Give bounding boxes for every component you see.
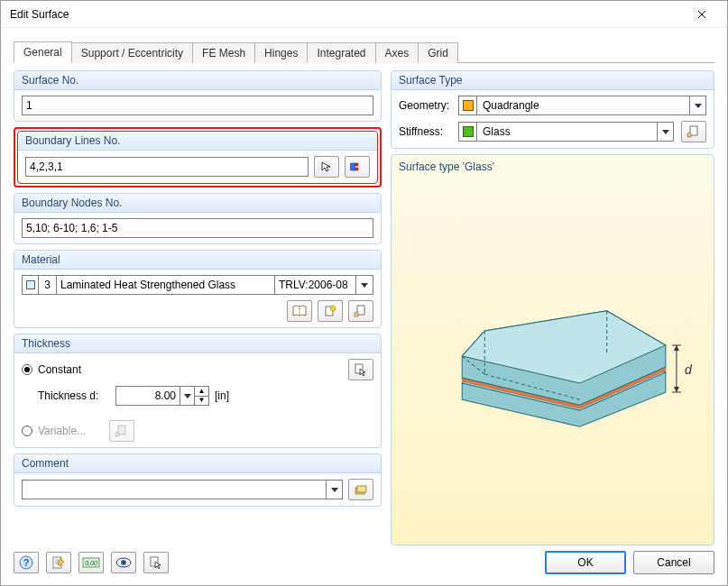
- tab-axes[interactable]: Axes: [375, 42, 419, 63]
- new-sheet-icon: [324, 305, 336, 317]
- label-surface-no: Surface No.: [14, 71, 381, 90]
- material-swatch: [23, 276, 39, 294]
- label-boundary-nodes: Boundary Nodes No.: [14, 194, 381, 213]
- svg-text:0.00: 0.00: [85, 560, 97, 566]
- help-button[interactable]: ?: [14, 552, 39, 573]
- units-icon: 0.00: [82, 556, 100, 569]
- group-material: Material 3 Laminated Heat Strengthened G…: [14, 250, 382, 328]
- label-geometry: Geometry:: [399, 99, 451, 112]
- cancel-button[interactable]: Cancel: [633, 551, 714, 574]
- tab-fe-mesh[interactable]: FE Mesh: [192, 42, 255, 63]
- magnet-button[interactable]: [345, 156, 370, 178]
- svg-rect-8: [357, 486, 366, 492]
- comment-apply-button[interactable]: [348, 479, 373, 500]
- stiffness-swatch: [459, 123, 477, 141]
- material-edit-button[interactable]: [348, 300, 373, 322]
- material-index: 3: [39, 276, 57, 294]
- stiffness-edit-button[interactable]: [681, 121, 706, 142]
- group-thickness: Thickness Constant Thickness d:: [14, 334, 382, 448]
- group-comment: Comment: [14, 453, 382, 507]
- geometry-value: Quadrangle: [477, 96, 689, 114]
- radio-variable: [22, 426, 32, 436]
- sheet-cursor-icon: [355, 363, 367, 376]
- label-variable: Variable...: [38, 425, 86, 437]
- material-new-button[interactable]: [318, 300, 343, 322]
- thickness-step-down[interactable]: ▼: [195, 397, 208, 406]
- note-pencil-icon: [51, 555, 66, 570]
- comment-dropdown[interactable]: [326, 481, 342, 499]
- preview-illustration: d: [399, 173, 706, 539]
- material-name: Laminated Heat Strengthened Glass: [57, 276, 275, 294]
- svg-point-22: [123, 562, 125, 564]
- preview-label: Surface type 'Glass': [399, 160, 706, 173]
- eye-icon: [115, 557, 132, 568]
- svg-point-3: [330, 306, 336, 311]
- group-boundary-nodes: Boundary Nodes No.: [14, 193, 382, 244]
- tab-strip: General Support / Eccentricity FE Mesh H…: [1, 28, 727, 62]
- highlight-boundary-lines: Boundary Lines No.: [14, 127, 382, 188]
- cursor-icon: [320, 160, 333, 173]
- geometry-dropdown-icon[interactable]: [689, 96, 705, 114]
- label-thickness: Thickness: [14, 334, 381, 353]
- tab-grid[interactable]: Grid: [418, 42, 458, 63]
- input-boundary-lines[interactable]: [25, 157, 309, 177]
- units-button[interactable]: 0.00: [78, 552, 104, 573]
- input-thickness-d[interactable]: [116, 387, 180, 405]
- close-button[interactable]: [684, 1, 720, 28]
- group-surface-type: Surface Type Geometry: Quadrangle Stiffn…: [391, 70, 714, 149]
- stiffness-dropdown-icon[interactable]: [657, 123, 673, 141]
- input-boundary-nodes[interactable]: [22, 218, 373, 238]
- material-dropdown-icon[interactable]: [356, 276, 373, 294]
- spinner-thickness-d[interactable]: ▲ ▼: [115, 386, 209, 406]
- input-comment[interactable]: [23, 481, 326, 499]
- visibility-button[interactable]: [111, 552, 136, 573]
- label-thickness-d: Thickness d:: [38, 389, 110, 402]
- label-material: Material: [14, 251, 381, 270]
- thickness-step-up[interactable]: ▲: [195, 387, 208, 397]
- window-title: Edit Surface: [10, 8, 684, 21]
- select-geometry[interactable]: Quadrangle: [458, 96, 706, 115]
- sheet-cursor-icon: [150, 556, 162, 569]
- geometry-swatch: [459, 96, 477, 114]
- stack-icon: [354, 483, 368, 496]
- select-stiffness[interactable]: Glass: [458, 122, 674, 142]
- variable-edit-button: [109, 420, 134, 442]
- pick-thickness-button[interactable]: [348, 359, 373, 380]
- magnet-icon: [350, 161, 364, 172]
- pick-lines-button[interactable]: [314, 156, 339, 178]
- svg-rect-0: [355, 163, 358, 166]
- stiffness-value: Glass: [477, 123, 657, 141]
- tab-integrated[interactable]: Integrated: [307, 42, 375, 63]
- material-library-button[interactable]: [287, 300, 312, 322]
- input-surface-no[interactable]: [22, 96, 373, 115]
- book-icon: [292, 305, 307, 317]
- label-constant: Constant: [38, 363, 81, 376]
- material-selector[interactable]: 3 Laminated Heat Strengthened Glass TRLV…: [22, 275, 373, 295]
- hand-sheet-icon: [354, 305, 368, 317]
- tab-general[interactable]: General: [14, 41, 72, 63]
- tab-hinges[interactable]: Hinges: [254, 42, 308, 63]
- help-icon: ?: [19, 555, 33, 570]
- tab-support-eccentricity[interactable]: Support / Eccentricity: [71, 42, 193, 63]
- label-stiffness: Stiffness:: [399, 125, 451, 138]
- ok-button[interactable]: OK: [545, 551, 626, 574]
- pick-footer-button[interactable]: [143, 552, 169, 573]
- preview-panel: Surface type 'Glass' d: [391, 154, 714, 545]
- hand-sheet-icon: [687, 125, 701, 138]
- material-code: TRLV:2006-08: [275, 276, 356, 294]
- notes-button[interactable]: [46, 552, 71, 573]
- radio-constant[interactable]: [22, 364, 32, 375]
- label-surface-type: Surface Type: [392, 71, 714, 90]
- hand-sheet-icon: [115, 425, 129, 437]
- label-thickness-unit: [in]: [215, 389, 229, 402]
- label-comment: Comment: [14, 454, 381, 473]
- preview-dimension-label: d: [685, 362, 693, 377]
- group-surface-no: Surface No.: [14, 70, 382, 122]
- svg-text:?: ?: [23, 557, 30, 568]
- thickness-dropdown[interactable]: [180, 387, 194, 405]
- label-boundary-lines: Boundary Lines No.: [18, 132, 377, 151]
- svg-rect-1: [355, 168, 358, 170]
- close-icon: [697, 10, 706, 19]
